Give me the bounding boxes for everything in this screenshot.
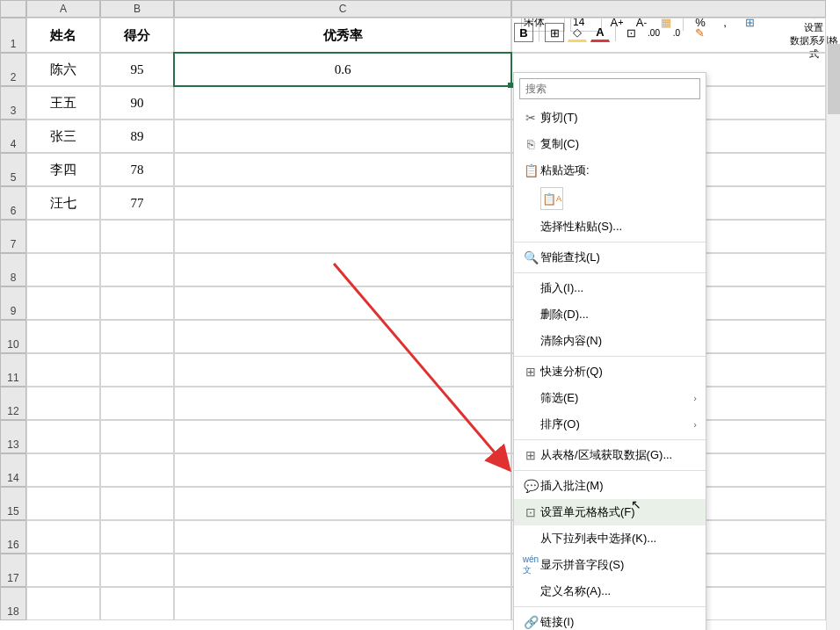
cell[interactable]: [26, 220, 100, 253]
ctx-pinyin[interactable]: wén文显示拼音字段(S): [514, 552, 706, 578]
row-header[interactable]: 14: [0, 453, 26, 487]
cell[interactable]: [174, 554, 511, 587]
cell[interactable]: [26, 253, 100, 286]
row-header[interactable]: 2: [0, 53, 26, 86]
row-header[interactable]: 17: [0, 554, 26, 587]
cell[interactable]: [26, 387, 100, 420]
cell[interactable]: [174, 220, 511, 253]
ctx-insert[interactable]: 插入(I)...: [514, 275, 706, 301]
col-header-C[interactable]: C: [174, 0, 511, 18]
cell[interactable]: [174, 520, 511, 554]
paste-option-button[interactable]: 📋A: [540, 187, 563, 210]
cell[interactable]: [26, 487, 100, 520]
cell[interactable]: 78: [100, 153, 174, 186]
cell[interactable]: [174, 453, 511, 487]
cell[interactable]: [26, 420, 100, 453]
cell[interactable]: [174, 587, 511, 620]
cell[interactable]: [100, 520, 174, 554]
cell[interactable]: [174, 387, 511, 420]
cell[interactable]: [174, 353, 511, 387]
row-header[interactable]: 11: [0, 353, 26, 387]
cell[interactable]: [26, 286, 100, 320]
cell[interactable]: [174, 286, 511, 320]
select-all-corner[interactable]: [0, 0, 26, 18]
col-header-B[interactable]: B: [100, 0, 174, 18]
cell[interactable]: [26, 353, 100, 387]
cell[interactable]: [26, 453, 100, 487]
scrollbar-thumb[interactable]: [828, 44, 840, 114]
cell[interactable]: [174, 86, 511, 119]
col-header-A[interactable]: A: [26, 0, 100, 18]
cell[interactable]: 汪七: [26, 186, 100, 220]
row-header[interactable]: 4: [0, 119, 26, 153]
row-header[interactable]: 15: [0, 487, 26, 520]
cell[interactable]: [26, 554, 100, 587]
row-header[interactable]: 9: [0, 286, 26, 320]
cell-selected[interactable]: 0.6: [174, 53, 511, 86]
cell[interactable]: 王五: [26, 86, 100, 119]
cell[interactable]: [174, 186, 511, 220]
cell[interactable]: [26, 587, 100, 620]
vertical-scrollbar[interactable]: [826, 44, 840, 630]
separator: [514, 439, 706, 440]
cell[interactable]: 优秀率: [174, 18, 511, 53]
row-header[interactable]: 8: [0, 253, 26, 286]
row-header[interactable]: 7: [0, 220, 26, 253]
cell[interactable]: [100, 554, 174, 587]
cell[interactable]: 90: [100, 86, 174, 119]
cell[interactable]: [26, 320, 100, 353]
col-header-rest[interactable]: [511, 0, 826, 18]
cell[interactable]: [511, 18, 826, 53]
cell[interactable]: [100, 353, 174, 387]
ctx-define-name[interactable]: 定义名称(A)...: [514, 578, 706, 605]
ctx-get-data[interactable]: ⊞从表格/区域获取数据(G)...: [514, 442, 706, 468]
row-header[interactable]: 13: [0, 420, 26, 453]
cell[interactable]: [100, 487, 174, 520]
ctx-copy[interactable]: ⎘复制(C): [514, 131, 706, 157]
context-search-input[interactable]: [519, 78, 700, 99]
row-header[interactable]: 5: [0, 153, 26, 186]
ctx-delete[interactable]: 删除(D)...: [514, 301, 706, 328]
cell[interactable]: [100, 387, 174, 420]
ctx-insert-comment[interactable]: 💬插入批注(M): [514, 473, 706, 499]
row-header[interactable]: 3: [0, 86, 26, 119]
cell[interactable]: 李四: [26, 153, 100, 186]
ctx-clear[interactable]: 清除内容(N): [514, 328, 706, 354]
ctx-sort[interactable]: 排序(O)›: [514, 411, 706, 438]
cell[interactable]: 89: [100, 119, 174, 153]
cell[interactable]: 张三: [26, 119, 100, 153]
cell[interactable]: [100, 286, 174, 320]
ctx-quick-analysis[interactable]: ⊞快速分析(Q): [514, 358, 706, 385]
cell[interactable]: [100, 220, 174, 253]
cell[interactable]: [174, 320, 511, 353]
cell[interactable]: [100, 420, 174, 453]
cell[interactable]: [174, 487, 511, 520]
row-header[interactable]: 16: [0, 520, 26, 554]
cell[interactable]: 得分: [100, 18, 174, 53]
cell[interactable]: [174, 153, 511, 186]
row-header[interactable]: 6: [0, 186, 26, 220]
ctx-dropdown[interactable]: 从下拉列表中选择(K)...: [514, 525, 706, 552]
cell[interactable]: 77: [100, 186, 174, 220]
cell[interactable]: [100, 453, 174, 487]
cell[interactable]: [174, 253, 511, 286]
cell[interactable]: [174, 420, 511, 453]
cell[interactable]: [100, 587, 174, 620]
cell[interactable]: [26, 520, 100, 554]
row-header[interactable]: 10: [0, 320, 26, 353]
cell[interactable]: 95: [100, 53, 174, 86]
row-header[interactable]: 1: [0, 18, 26, 53]
ctx-smart-lookup[interactable]: 🔍智能查找(L): [514, 244, 706, 271]
cell[interactable]: 陈六: [26, 53, 100, 86]
ctx-format-cells[interactable]: ⊡设置单元格格式(F): [514, 499, 706, 525]
cell[interactable]: [100, 253, 174, 286]
ctx-link[interactable]: 🔗链接(I): [514, 609, 706, 630]
ctx-filter[interactable]: 筛选(E)›: [514, 385, 706, 411]
cell[interactable]: [100, 320, 174, 353]
ctx-cut[interactable]: ✂剪切(T): [514, 105, 706, 131]
cell[interactable]: 姓名: [26, 18, 100, 53]
row-header[interactable]: 18: [0, 587, 26, 620]
cell[interactable]: [174, 119, 511, 153]
ctx-paste-special[interactable]: 选择性粘贴(S)...: [514, 214, 706, 240]
row-header[interactable]: 12: [0, 387, 26, 420]
